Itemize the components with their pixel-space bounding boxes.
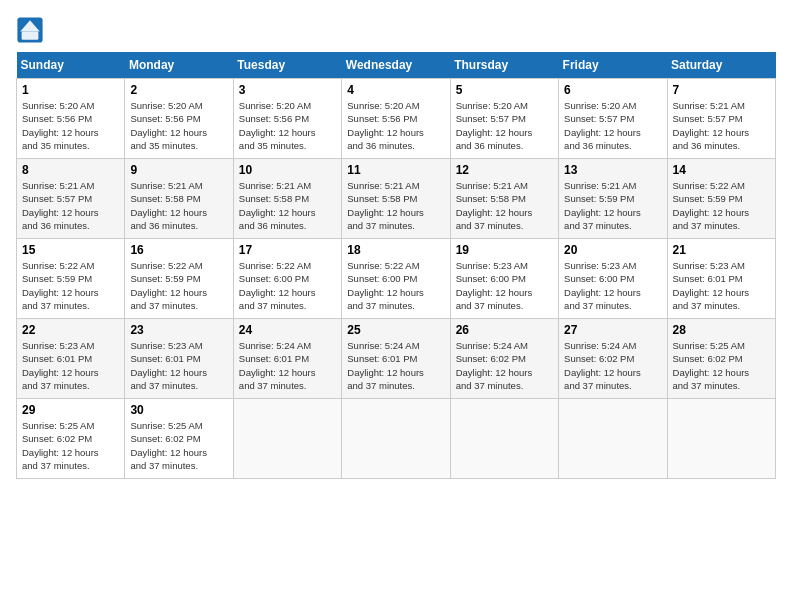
day-detail: Sunrise: 5:21 AMSunset: 5:57 PMDaylight:… [22, 179, 119, 232]
day-number: 30 [130, 403, 227, 417]
header-cell-wednesday: Wednesday [342, 52, 450, 79]
calendar-day-4: 4Sunrise: 5:20 AMSunset: 5:56 PMDaylight… [342, 79, 450, 159]
header [16, 16, 776, 44]
calendar-day-13: 13Sunrise: 5:21 AMSunset: 5:59 PMDayligh… [559, 159, 667, 239]
calendar-day-22: 22Sunrise: 5:23 AMSunset: 6:01 PMDayligh… [17, 319, 125, 399]
calendar-day-30: 30Sunrise: 5:25 AMSunset: 6:02 PMDayligh… [125, 399, 233, 479]
calendar-day-27: 27Sunrise: 5:24 AMSunset: 6:02 PMDayligh… [559, 319, 667, 399]
day-detail: Sunrise: 5:23 AMSunset: 6:01 PMDaylight:… [673, 259, 770, 312]
calendar-day-empty [559, 399, 667, 479]
calendar-day-10: 10Sunrise: 5:21 AMSunset: 5:58 PMDayligh… [233, 159, 341, 239]
calendar-day-7: 7Sunrise: 5:21 AMSunset: 5:57 PMDaylight… [667, 79, 775, 159]
header-cell-friday: Friday [559, 52, 667, 79]
day-detail: Sunrise: 5:20 AMSunset: 5:57 PMDaylight:… [456, 99, 553, 152]
day-detail: Sunrise: 5:21 AMSunset: 5:58 PMDaylight:… [347, 179, 444, 232]
day-number: 19 [456, 243, 553, 257]
calendar-day-6: 6Sunrise: 5:20 AMSunset: 5:57 PMDaylight… [559, 79, 667, 159]
day-detail: Sunrise: 5:21 AMSunset: 5:58 PMDaylight:… [239, 179, 336, 232]
day-detail: Sunrise: 5:25 AMSunset: 6:02 PMDaylight:… [22, 419, 119, 472]
day-number: 7 [673, 83, 770, 97]
calendar-header-row: SundayMondayTuesdayWednesdayThursdayFrid… [17, 52, 776, 79]
day-number: 24 [239, 323, 336, 337]
calendar-day-25: 25Sunrise: 5:24 AMSunset: 6:01 PMDayligh… [342, 319, 450, 399]
day-detail: Sunrise: 5:24 AMSunset: 6:02 PMDaylight:… [564, 339, 661, 392]
calendar-day-12: 12Sunrise: 5:21 AMSunset: 5:58 PMDayligh… [450, 159, 558, 239]
calendar-day-15: 15Sunrise: 5:22 AMSunset: 5:59 PMDayligh… [17, 239, 125, 319]
calendar-day-17: 17Sunrise: 5:22 AMSunset: 6:00 PMDayligh… [233, 239, 341, 319]
day-detail: Sunrise: 5:21 AMSunset: 5:59 PMDaylight:… [564, 179, 661, 232]
svg-rect-2 [22, 31, 39, 39]
day-detail: Sunrise: 5:22 AMSunset: 5:59 PMDaylight:… [22, 259, 119, 312]
day-number: 16 [130, 243, 227, 257]
calendar-day-24: 24Sunrise: 5:24 AMSunset: 6:01 PMDayligh… [233, 319, 341, 399]
day-number: 18 [347, 243, 444, 257]
day-number: 27 [564, 323, 661, 337]
calendar-day-18: 18Sunrise: 5:22 AMSunset: 6:00 PMDayligh… [342, 239, 450, 319]
day-number: 25 [347, 323, 444, 337]
day-number: 2 [130, 83, 227, 97]
day-number: 10 [239, 163, 336, 177]
calendar-table: SundayMondayTuesdayWednesdayThursdayFrid… [16, 52, 776, 479]
calendar-week-2: 8Sunrise: 5:21 AMSunset: 5:57 PMDaylight… [17, 159, 776, 239]
day-number: 21 [673, 243, 770, 257]
calendar-day-empty [667, 399, 775, 479]
day-number: 26 [456, 323, 553, 337]
calendar-day-21: 21Sunrise: 5:23 AMSunset: 6:01 PMDayligh… [667, 239, 775, 319]
calendar-day-23: 23Sunrise: 5:23 AMSunset: 6:01 PMDayligh… [125, 319, 233, 399]
calendar-day-empty [342, 399, 450, 479]
day-number: 13 [564, 163, 661, 177]
day-number: 17 [239, 243, 336, 257]
day-number: 4 [347, 83, 444, 97]
day-number: 8 [22, 163, 119, 177]
day-number: 9 [130, 163, 227, 177]
day-number: 23 [130, 323, 227, 337]
calendar-day-29: 29Sunrise: 5:25 AMSunset: 6:02 PMDayligh… [17, 399, 125, 479]
day-number: 3 [239, 83, 336, 97]
calendar-day-9: 9Sunrise: 5:21 AMSunset: 5:58 PMDaylight… [125, 159, 233, 239]
calendar-day-20: 20Sunrise: 5:23 AMSunset: 6:00 PMDayligh… [559, 239, 667, 319]
day-number: 15 [22, 243, 119, 257]
day-detail: Sunrise: 5:20 AMSunset: 5:57 PMDaylight:… [564, 99, 661, 152]
day-number: 29 [22, 403, 119, 417]
calendar-day-28: 28Sunrise: 5:25 AMSunset: 6:02 PMDayligh… [667, 319, 775, 399]
header-cell-tuesday: Tuesday [233, 52, 341, 79]
day-detail: Sunrise: 5:23 AMSunset: 6:01 PMDaylight:… [22, 339, 119, 392]
day-number: 11 [347, 163, 444, 177]
day-detail: Sunrise: 5:20 AMSunset: 5:56 PMDaylight:… [130, 99, 227, 152]
day-detail: Sunrise: 5:23 AMSunset: 6:00 PMDaylight:… [564, 259, 661, 312]
day-detail: Sunrise: 5:20 AMSunset: 5:56 PMDaylight:… [347, 99, 444, 152]
calendar-week-4: 22Sunrise: 5:23 AMSunset: 6:01 PMDayligh… [17, 319, 776, 399]
day-detail: Sunrise: 5:23 AMSunset: 6:00 PMDaylight:… [456, 259, 553, 312]
day-detail: Sunrise: 5:23 AMSunset: 6:01 PMDaylight:… [130, 339, 227, 392]
calendar-day-19: 19Sunrise: 5:23 AMSunset: 6:00 PMDayligh… [450, 239, 558, 319]
calendar-day-8: 8Sunrise: 5:21 AMSunset: 5:57 PMDaylight… [17, 159, 125, 239]
day-detail: Sunrise: 5:21 AMSunset: 5:57 PMDaylight:… [673, 99, 770, 152]
header-cell-monday: Monday [125, 52, 233, 79]
day-number: 6 [564, 83, 661, 97]
day-detail: Sunrise: 5:24 AMSunset: 6:01 PMDaylight:… [347, 339, 444, 392]
logo-icon [16, 16, 44, 44]
day-detail: Sunrise: 5:22 AMSunset: 6:00 PMDaylight:… [239, 259, 336, 312]
calendar-day-empty [233, 399, 341, 479]
calendar-week-3: 15Sunrise: 5:22 AMSunset: 5:59 PMDayligh… [17, 239, 776, 319]
day-detail: Sunrise: 5:22 AMSunset: 5:59 PMDaylight:… [673, 179, 770, 232]
day-number: 1 [22, 83, 119, 97]
calendar-week-5: 29Sunrise: 5:25 AMSunset: 6:02 PMDayligh… [17, 399, 776, 479]
day-detail: Sunrise: 5:20 AMSunset: 5:56 PMDaylight:… [239, 99, 336, 152]
logo [16, 16, 48, 44]
day-detail: Sunrise: 5:20 AMSunset: 5:56 PMDaylight:… [22, 99, 119, 152]
day-detail: Sunrise: 5:22 AMSunset: 6:00 PMDaylight:… [347, 259, 444, 312]
day-number: 22 [22, 323, 119, 337]
calendar-day-2: 2Sunrise: 5:20 AMSunset: 5:56 PMDaylight… [125, 79, 233, 159]
day-number: 12 [456, 163, 553, 177]
calendar-day-3: 3Sunrise: 5:20 AMSunset: 5:56 PMDaylight… [233, 79, 341, 159]
day-number: 5 [456, 83, 553, 97]
day-detail: Sunrise: 5:25 AMSunset: 6:02 PMDaylight:… [673, 339, 770, 392]
header-cell-saturday: Saturday [667, 52, 775, 79]
day-detail: Sunrise: 5:24 AMSunset: 6:01 PMDaylight:… [239, 339, 336, 392]
calendar-day-1: 1Sunrise: 5:20 AMSunset: 5:56 PMDaylight… [17, 79, 125, 159]
day-detail: Sunrise: 5:22 AMSunset: 5:59 PMDaylight:… [130, 259, 227, 312]
day-detail: Sunrise: 5:24 AMSunset: 6:02 PMDaylight:… [456, 339, 553, 392]
calendar-day-empty [450, 399, 558, 479]
day-detail: Sunrise: 5:25 AMSunset: 6:02 PMDaylight:… [130, 419, 227, 472]
